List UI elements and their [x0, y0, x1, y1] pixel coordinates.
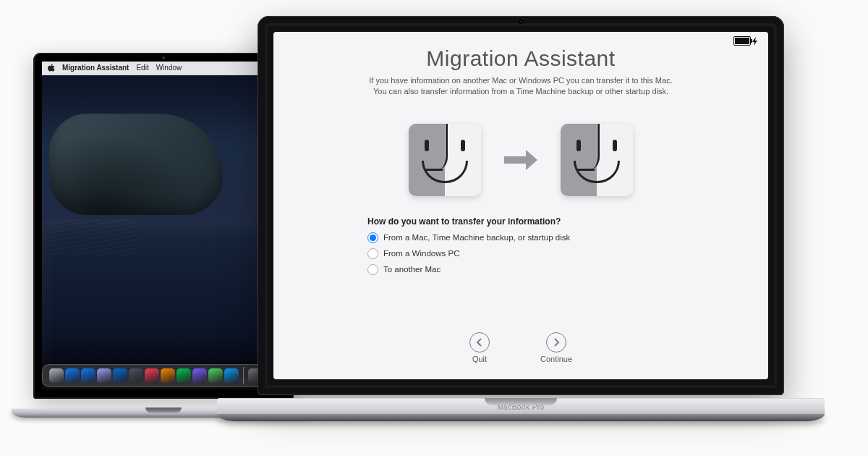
- macbook-pro-bezel: Migration Assistant If you have informat…: [258, 16, 784, 395]
- dock-app-icon[interactable]: [49, 368, 64, 383]
- macbook-pro-device: Migration Assistant If you have informat…: [217, 16, 825, 421]
- dock-app-icon[interactable]: [176, 368, 191, 383]
- status-bar: [733, 36, 760, 46]
- continue-label: Continue: [540, 355, 572, 363]
- migration-assistant-window: Migration Assistant If you have informat…: [273, 32, 768, 379]
- arrow-right-circle-icon: [546, 332, 566, 352]
- transfer-hero-illustration: [273, 124, 768, 196]
- arrow-right-icon: [503, 145, 539, 174]
- transfer-question: How do you want to transfer your informa…: [367, 216, 768, 227]
- wallpaper-island: [49, 114, 223, 215]
- radio-label: From a Mac, Time Machine backup, or star…: [383, 233, 570, 242]
- menubar-appname[interactable]: Migration Assistant: [62, 62, 129, 75]
- radio-label: From a Windows PC: [383, 249, 459, 258]
- macbook-pro-screen: Migration Assistant If you have informat…: [268, 26, 774, 385]
- menubar-item-edit[interactable]: Edit: [136, 62, 148, 75]
- radio-indicator-icon: [367, 248, 378, 259]
- dock-app-icon[interactable]: [129, 368, 143, 383]
- dock-app-icon[interactable]: [145, 368, 159, 383]
- radio-indicator-icon: [367, 232, 378, 243]
- device-model-label: MacBook Pro: [497, 403, 545, 411]
- dock-app-icon[interactable]: [65, 368, 80, 383]
- page-description: If you have information on another Mac o…: [273, 75, 768, 98]
- continue-button[interactable]: Continue: [540, 332, 572, 363]
- radio-option-from-pc[interactable]: From a Windows PC: [367, 248, 768, 259]
- radio-indicator-icon: [367, 264, 378, 275]
- dock-app-icon[interactable]: [192, 368, 207, 383]
- arrow-left-circle-icon: [469, 332, 490, 352]
- macbook-pro-bottom-edge: [217, 414, 825, 421]
- description-line-1: If you have information on another Mac o…: [369, 76, 672, 85]
- battery-charging-icon: [733, 36, 751, 46]
- menubar-item-window[interactable]: Window: [156, 62, 182, 75]
- description-line-2: You can also transfer information from a…: [373, 87, 668, 96]
- dock-app-icon[interactable]: [161, 368, 175, 383]
- quit-button[interactable]: Quit: [469, 332, 490, 363]
- finder-face-icon: [409, 124, 481, 196]
- radio-option-to-mac[interactable]: To another Mac: [367, 264, 768, 275]
- radio-option-from-mac[interactable]: From a Mac, Time Machine backup, or star…: [367, 232, 768, 243]
- quit-label: Quit: [472, 355, 487, 363]
- dock-app-icon[interactable]: [81, 368, 95, 383]
- finder-face-icon: [561, 124, 633, 196]
- macbook-pro-base: MacBook Pro: [217, 398, 825, 421]
- macbook-pro-hinge: MacBook Pro: [217, 398, 825, 415]
- apple-logo-icon[interactable]: [48, 64, 55, 72]
- dock-app-icon[interactable]: [113, 368, 127, 383]
- radio-label: To another Mac: [383, 265, 441, 274]
- page-title: Migration Assistant: [273, 46, 768, 71]
- footer-actions: Quit Continue: [273, 322, 768, 379]
- dock-app-icon[interactable]: [97, 368, 111, 383]
- transfer-options: From a Mac, Time Machine backup, or star…: [367, 232, 768, 275]
